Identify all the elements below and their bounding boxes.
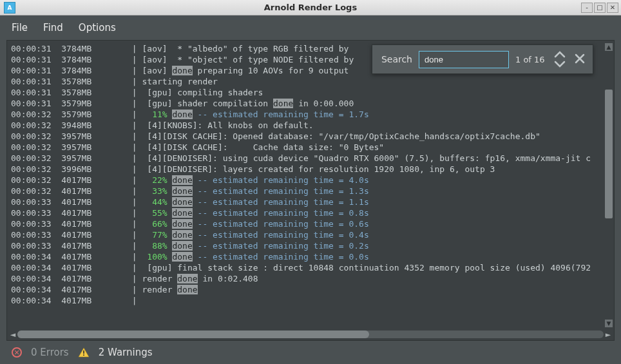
search-count: 1 of 16 bbox=[515, 55, 546, 64]
minimize-button[interactable]: ‐ bbox=[581, 3, 593, 13]
log-lines[interactable]: 00:00:31 3784MB | [aov] * "albedo" of ty… bbox=[7, 41, 614, 329]
vertical-scroll-thumb[interactable] bbox=[605, 90, 613, 218]
menu-options[interactable]: Options bbox=[79, 22, 116, 34]
svg-rect-1 bbox=[83, 354, 84, 356]
log-panel: 00:00:31 3784MB | [aov] * "albedo" of ty… bbox=[6, 40, 615, 341]
scroll-right-arrow-icon[interactable]: ► bbox=[604, 330, 613, 339]
menu-file[interactable]: File bbox=[12, 22, 28, 34]
scroll-up-arrow-icon[interactable]: ▲ bbox=[605, 43, 613, 51]
scroll-down-arrow-icon[interactable]: ▼ bbox=[605, 320, 613, 327]
scroll-left-arrow-icon[interactable]: ◄ bbox=[8, 330, 17, 339]
search-input[interactable] bbox=[419, 51, 509, 68]
svg-rect-0 bbox=[83, 350, 84, 354]
app-icon: A bbox=[4, 2, 15, 14]
search-panel: Search 1 of 16 bbox=[372, 44, 593, 74]
titlebar: A Arnold Render Logs ‐ □ ✕ bbox=[0, 0, 621, 15]
search-label: Search bbox=[381, 54, 412, 64]
maximize-button[interactable]: □ bbox=[594, 3, 606, 13]
errors-text: 0 Errors bbox=[31, 347, 69, 358]
warning-icon bbox=[78, 347, 90, 358]
statusbar: ✕ 0 Errors 2 Warnings bbox=[0, 341, 621, 364]
warnings-text: 2 Warnings bbox=[99, 347, 153, 358]
menu-find[interactable]: Find bbox=[43, 22, 63, 34]
horizontal-scrollbar[interactable]: ◄ ► bbox=[8, 330, 613, 339]
search-close-icon[interactable] bbox=[573, 52, 586, 67]
search-next-icon[interactable] bbox=[553, 59, 567, 68]
search-prev-icon[interactable] bbox=[553, 50, 567, 59]
close-window-button[interactable]: ✕ bbox=[607, 3, 618, 13]
window-title: Arnold Render Logs bbox=[0, 3, 621, 12]
menubar: File Find Options bbox=[0, 15, 621, 40]
horizontal-scroll-thumb[interactable] bbox=[17, 330, 369, 338]
error-icon: ✕ bbox=[12, 347, 22, 358]
vertical-scrollbar[interactable]: ▲ ▼ bbox=[605, 43, 613, 327]
